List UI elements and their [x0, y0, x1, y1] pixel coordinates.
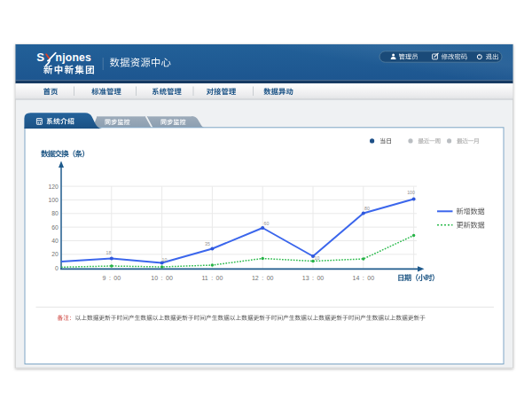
- svg-text:80: 80: [51, 210, 59, 216]
- svg-text:0: 0: [55, 265, 59, 271]
- svg-text:10: 10: [315, 255, 320, 261]
- svg-text:18: 18: [106, 250, 112, 255]
- svg-text:60: 60: [264, 221, 270, 226]
- svg-text:njones: njones: [56, 51, 91, 64]
- svg-text:100: 100: [407, 190, 415, 195]
- svg-text:40: 40: [51, 238, 59, 244]
- svg-text:14 : 00: 14 : 00: [353, 275, 375, 281]
- svg-text:11 : 00: 11 : 00: [201, 275, 223, 281]
- svg-text:10 : 00: 10 : 00: [151, 275, 173, 281]
- svg-text:13 : 00: 13 : 00: [302, 275, 325, 281]
- svg-text:100: 100: [48, 197, 59, 203]
- svg-text:S: S: [36, 51, 44, 64]
- svg-text:80: 80: [364, 206, 370, 211]
- svg-text:12 : 00: 12 : 00: [252, 275, 274, 281]
- svg-text:60: 60: [51, 224, 59, 231]
- svg-text:120: 120: [48, 184, 59, 190]
- svg-text:35: 35: [205, 241, 210, 246]
- svg-text:9 : 00: 9 : 00: [102, 275, 121, 281]
- svg-text:20: 20: [51, 251, 59, 257]
- svg-text:10: 10: [162, 257, 168, 262]
